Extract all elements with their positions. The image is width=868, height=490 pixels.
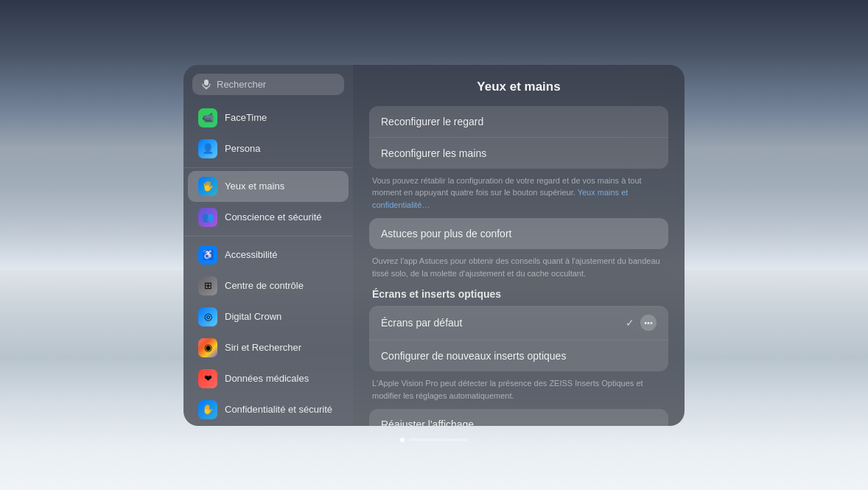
reajuster-group: Réajuster l'affichage	[369, 409, 668, 426]
sidebar-item-accessibilite[interactable]: ♿Accessibilité	[188, 239, 349, 270]
app-container: Rechercher 📹FaceTime👤Persona🖐Yeux et mai…	[0, 0, 868, 490]
confidentialite-icon: ✋	[198, 400, 217, 419]
page-title: Yeux et mains	[369, 80, 668, 94]
astuces-item[interactable]: Astuces pour plus de confort	[369, 218, 668, 249]
crown-icon: ◎	[198, 307, 217, 326]
configurer-inserts-label: Configurer de nouveaux inserts optiques	[381, 350, 566, 362]
sidebar-item-centre[interactable]: ⊞Centre de contrôle	[188, 270, 349, 301]
sidebar-item-label-donnees: Données médicales	[225, 373, 309, 384]
sidebar-item-donnees[interactable]: ❤Données médicales	[188, 363, 349, 394]
centre-icon: ⊞	[198, 276, 217, 295]
donnees-icon: ❤	[198, 369, 217, 388]
facetime-icon: 📹	[198, 108, 217, 127]
sidebar-item-label-yeux: Yeux et mains	[225, 181, 284, 192]
reajuster-label: Réajuster l'affichage	[381, 419, 474, 426]
sidebar-item-label-persona: Persona	[225, 143, 260, 154]
reconfigurer-mains-item[interactable]: Reconfigurer les mains	[369, 138, 668, 169]
sidebar-item-label-accessibilite: Accessibilité	[225, 249, 278, 260]
astuces-helper: Ouvrez l'app Astuces pour obtenir des co…	[372, 255, 665, 279]
inserts-helper: L'Apple Vision Pro peut détecter la prés…	[372, 377, 665, 402]
reajuster-item[interactable]: Réajuster l'affichage	[369, 409, 668, 426]
sidebar-item-persona[interactable]: 👤Persona	[188, 133, 349, 164]
sidebar-item-label-facetime: FaceTime	[225, 112, 267, 123]
dots-button[interactable]: •••	[640, 315, 657, 331]
sidebar-item-crown[interactable]: ◎Digital Crown	[188, 301, 349, 332]
yeux-icon: 🖐	[198, 177, 217, 196]
ecrans-defaut-actions: ✓ •••	[626, 315, 657, 331]
siri-icon: ◉	[198, 338, 217, 357]
reconfigurer-regard-label: Reconfigurer le regard	[381, 116, 483, 127]
scroll-dot-active	[400, 438, 405, 442]
sidebar-item-conscience[interactable]: 👥Conscience et sécurité	[188, 202, 349, 233]
sidebar-item-label-centre: Centre de contrôle	[225, 280, 304, 291]
sidebar-item-label-confidentialite: Confidentialité et sécurité	[225, 404, 332, 415]
sidebar-divider-2	[183, 236, 353, 237]
accessibilite-icon: ♿	[198, 245, 217, 265]
configurer-inserts-item[interactable]: Configurer de nouveaux inserts optiques	[369, 340, 668, 371]
checkmark-icon: ✓	[626, 317, 634, 329]
scroll-bar	[409, 438, 468, 441]
sidebar-item-label-crown: Digital Crown	[225, 311, 281, 322]
reconfigure-group: Reconfigurer le regard Reconfigurer les …	[369, 106, 668, 169]
ecrans-defaut-label: Écrans par défaut	[381, 317, 463, 329]
section-ecrans-title: Écrans et inserts optiques	[372, 288, 668, 300]
astuces-label: Astuces pour plus de confort	[381, 228, 511, 239]
microphone-icon	[201, 79, 211, 89]
sidebar-item-siri[interactable]: ◉Siri et Rechercher	[188, 332, 349, 363]
main-content: Yeux et mains Reconfigurer le regard Rec…	[353, 65, 685, 426]
sidebar-item-confidentialite[interactable]: ✋Confidentialité et sécurité	[188, 394, 349, 425]
helper-text-1: Vous pouvez rétablir la configuration de…	[372, 175, 665, 211]
search-placeholder: Rechercher	[217, 79, 266, 90]
svg-rect-0	[204, 80, 209, 85]
ecrans-defaut-row: Écrans par défaut ✓ •••	[381, 315, 657, 331]
sidebar-item-label-conscience: Conscience et sécurité	[225, 211, 322, 223]
sidebar: Rechercher 📹FaceTime👤Persona🖐Yeux et mai…	[183, 65, 353, 426]
astuces-card: Astuces pour plus de confort	[369, 218, 668, 249]
conscience-icon: 👥	[198, 208, 217, 227]
sidebar-divider-1	[183, 167, 353, 168]
sidebar-item-facetime[interactable]: 📹FaceTime	[188, 102, 349, 133]
sidebar-items-list: 📹FaceTime👤Persona🖐Yeux et mains👥Conscien…	[183, 102, 353, 425]
sidebar-item-label-siri: Siri et Rechercher	[225, 342, 301, 353]
scroll-indicator	[400, 438, 468, 442]
settings-window: Rechercher 📹FaceTime👤Persona🖐Yeux et mai…	[183, 65, 685, 426]
ecrans-defaut-item[interactable]: Écrans par défaut ✓ •••	[369, 306, 668, 340]
ecrans-group: Écrans par défaut ✓ ••• Configurer de no…	[369, 306, 668, 371]
sidebar-item-yeux[interactable]: 🖐Yeux et mains	[188, 171, 349, 202]
persona-icon: 👤	[198, 139, 217, 158]
reconfigurer-regard-item[interactable]: Reconfigurer le regard	[369, 106, 668, 138]
search-bar[interactable]: Rechercher	[192, 74, 344, 95]
reconfigurer-mains-label: Reconfigurer les mains	[381, 147, 486, 159]
